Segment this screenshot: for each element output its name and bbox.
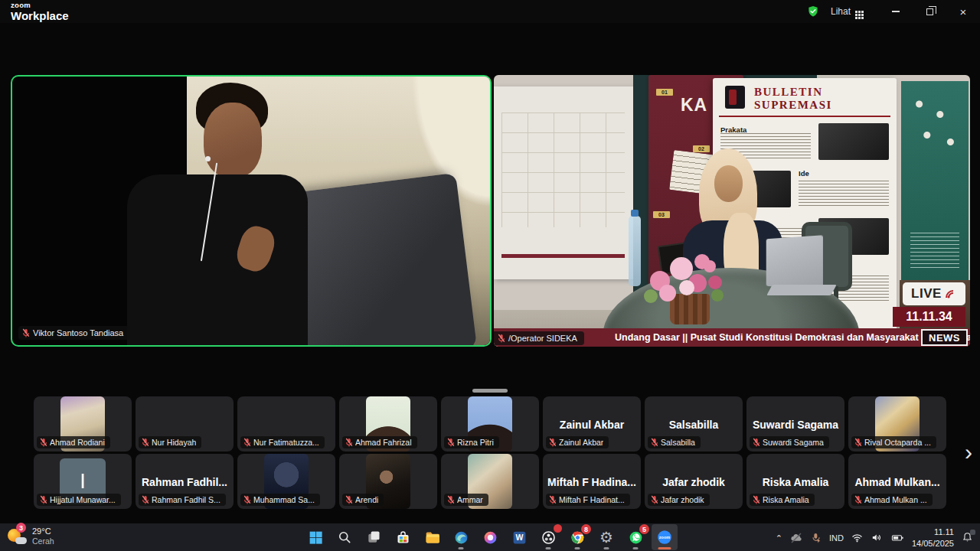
live-badge: LIVE [903, 282, 965, 305]
participant-name-label: Jafar zhodik [648, 494, 710, 506]
search-taskbar-button[interactable] [332, 524, 358, 550]
mic-off-icon [549, 438, 557, 447]
voice-access-icon[interactable] [810, 532, 822, 544]
gallery-next-button[interactable]: › [960, 441, 977, 464]
speaker-face [204, 103, 262, 178]
copilot-taskbar-button[interactable] [477, 524, 503, 550]
onedrive-paused-icon[interactable] [789, 531, 803, 545]
logo-workplace-text: Workplace [11, 10, 69, 21]
participant-name-label: Ammar [444, 494, 488, 506]
participant-display-name: Rahman Fadhil... [139, 476, 230, 488]
weather-badge: 3 [16, 523, 26, 533]
participant-tile[interactable]: SalsabillaSalsabilla [645, 396, 743, 452]
tray-overflow-icon[interactable]: ⌃ [776, 533, 782, 543]
volume-icon[interactable] [871, 531, 884, 544]
participant-tile[interactable]: IHijjatul Munawar... [34, 454, 132, 509]
mic-off-icon [345, 438, 353, 447]
presenter-tile[interactable]: 01 KA 02 03 05 ⚙ $ Konstitusi BULLETIN S… [494, 75, 970, 347]
participant-tile[interactable]: Rahman Fadhil...Rahman Fadhil S... [136, 454, 234, 509]
start-taskbar-button[interactable] [302, 524, 328, 550]
participant-label-text: Rahman Fadhil S... [152, 495, 220, 504]
participant-tile[interactable]: Ahmad Rodiani [34, 396, 132, 452]
banner-tag: 03 [653, 211, 670, 218]
participant-label-text: Jafar zhodik [661, 495, 704, 504]
battery-icon[interactable] [890, 531, 905, 544]
wifi-icon[interactable] [851, 531, 864, 544]
word-taskbar-button[interactable]: W [506, 524, 532, 550]
running-indicator [604, 547, 609, 549]
taskbar-app-icons: W8⚙5zoom [302, 524, 678, 550]
zoom-taskbar-button[interactable]: zoom [652, 524, 678, 550]
mic-off-icon [40, 438, 47, 447]
windows-taskbar: 3 29°C Cerah W8⚙5zoom ⌃ IND [0, 523, 980, 551]
participant-label-text: Riska Amalia [763, 495, 809, 504]
svg-text:W: W [515, 533, 523, 542]
flower-bloom [708, 276, 722, 289]
tray-date: 14/05/2025 [912, 538, 954, 549]
close-button[interactable]: × [946, 0, 980, 23]
participant-name-label: Nur Fatimatuzza... [240, 436, 325, 448]
participant-tile[interactable]: Rizna Pitri [441, 396, 539, 452]
file-explorer-taskbar-button[interactable] [419, 524, 445, 550]
participant-tile[interactable]: Rival Octaparda ... [848, 396, 946, 452]
participant-name-label: Rival Octaparda ... [851, 436, 936, 448]
clock[interactable]: 11.11 14/05/2025 [912, 527, 954, 549]
mic-off-icon [142, 438, 149, 447]
bulletin-title-1: BULLETIN [754, 86, 883, 99]
chrome-taskbar-button[interactable]: 8 [564, 524, 590, 550]
whatsapp-taskbar-button[interactable]: 5 [622, 524, 648, 550]
language-indicator[interactable]: IND [829, 533, 844, 543]
mic-off-icon [651, 495, 658, 504]
participant-tile[interactable]: Arendi [339, 454, 437, 509]
obs-taskbar-button[interactable] [535, 524, 561, 550]
banner-big-text: KA [681, 95, 707, 116]
participant-display-name: Riska Amalia [750, 476, 841, 488]
weather-condition: Cerah [32, 536, 54, 546]
edge-taskbar-button[interactable] [448, 524, 474, 550]
participant-tile[interactable]: Suwardi SagamaSuwardi Sagama [746, 396, 844, 452]
running-indicator [633, 547, 639, 549]
participant-tile[interactable]: Miftah F Hadina...Miftah F Hadinat... [543, 454, 641, 509]
restore-icon [926, 8, 933, 15]
gallery-drag-handle[interactable] [472, 389, 508, 393]
participant-tile[interactable]: Zainul AkbarZainul Akbar [543, 396, 641, 452]
participant-tile[interactable]: Riska AmaliaRiska Amalia [746, 454, 844, 509]
restore-button[interactable] [913, 0, 946, 23]
participant-tile[interactable]: Ahmad Mulkan...Ahmad Mulkan ... [848, 454, 946, 509]
participant-name-label: Rizna Pitri [444, 436, 499, 448]
participant-name-label: /Operator SIDEKA [494, 331, 584, 345]
active-speaker-tile[interactable]: Viktor Santoso Tandiasa [11, 75, 492, 347]
participant-tile[interactable]: Nur Hidayah [136, 396, 234, 452]
bulletin-section-image [818, 123, 889, 160]
participant-name-label: Arendi [342, 494, 384, 506]
bulletin-book-icon [725, 86, 745, 109]
participant-label-text: Salsabilla [661, 438, 695, 447]
participant-tile[interactable]: Nur Fatimatuzza... [237, 396, 335, 452]
word-icon: W [511, 530, 528, 546]
participant-label-text: Rival Octaparda ... [864, 438, 931, 447]
mic-off-icon [498, 334, 505, 343]
obs-badge [554, 524, 562, 533]
task-view-icon [366, 530, 381, 545]
participant-tile[interactable]: Ammar [441, 454, 539, 509]
running-indicator [575, 547, 580, 549]
weather-widget[interactable]: 3 29°C Cerah [6, 526, 54, 546]
view-button[interactable]: Lihat [831, 6, 864, 17]
participant-label-text: Muhammad Sa... [253, 495, 315, 504]
participant-tile[interactable]: Muhammad Sa... [237, 454, 335, 509]
settings-icon: ⚙ [599, 530, 613, 545]
mic-off-icon [345, 495, 353, 504]
participant-name-label: Ahmad Rodiani [37, 436, 110, 448]
minimize-icon [892, 11, 900, 11]
participant-tile[interactable]: Ahmad Fahrizal [339, 396, 437, 452]
flower-bloom [659, 285, 676, 302]
task-view-taskbar-button[interactable] [361, 524, 387, 550]
notifications-bell-icon[interactable] [961, 531, 974, 544]
search-icon [337, 530, 352, 545]
participant-label-text: Rizna Pitri [457, 438, 494, 447]
store-taskbar-button[interactable] [390, 524, 416, 550]
participant-tile[interactable]: Jafar zhodikJafar zhodik [645, 454, 743, 509]
minimize-button[interactable] [879, 0, 913, 23]
participant-label-text: Suwardi Sagama [763, 438, 824, 447]
settings-taskbar-button[interactable]: ⚙ [593, 524, 619, 550]
